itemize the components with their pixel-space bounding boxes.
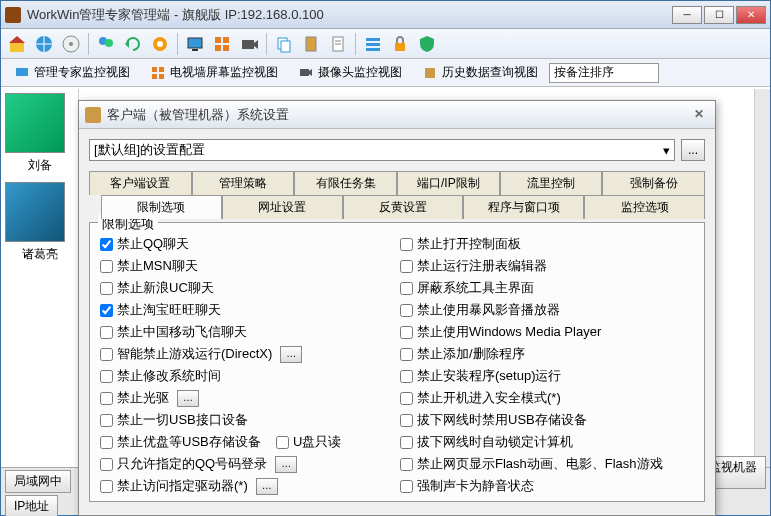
directx-more-button[interactable]: … [280, 346, 302, 363]
monitor-icon [14, 65, 30, 81]
svg-rect-30 [159, 67, 164, 72]
grid-icon [150, 65, 166, 81]
cb-sina-uc[interactable]: 禁止新浪UC聊天 [100, 279, 394, 297]
cb-usb-storage[interactable]: 禁止优盘等USB存储设备 [100, 433, 261, 451]
tab-policy[interactable]: 管理策略 [192, 171, 295, 195]
svg-rect-26 [366, 48, 380, 51]
svg-rect-20 [306, 37, 316, 51]
cb-msn[interactable]: 禁止MSN聊天 [100, 257, 394, 275]
svg-rect-13 [223, 37, 229, 43]
cb-systools[interactable]: 屏蔽系统工具主界面 [400, 279, 694, 297]
drives-more-button[interactable]: … [256, 478, 278, 495]
svg-point-4 [69, 42, 73, 46]
doc-icon[interactable] [326, 32, 350, 56]
cb-control-panel[interactable]: 禁止打开控制面板 [400, 235, 694, 253]
user-thumbnail[interactable] [5, 93, 65, 153]
cb-systime[interactable]: 禁止修改系统时间 [100, 367, 394, 385]
lock-icon[interactable] [388, 32, 412, 56]
svg-rect-14 [215, 45, 221, 51]
globe-icon[interactable] [32, 32, 56, 56]
svg-rect-11 [192, 49, 198, 51]
tab-monitor-opt[interactable]: 监控选项 [584, 195, 705, 219]
view-tab-monitor[interactable]: 管理专家监控视图 [5, 60, 139, 85]
home-icon[interactable] [5, 32, 29, 56]
tab-anti[interactable]: 反黄设置 [343, 195, 464, 219]
cb-qq-whitelist[interactable]: 只允许指定的QQ号码登录 [100, 455, 267, 473]
cb-drives[interactable]: 禁止访问指定驱动器(*) [100, 477, 248, 495]
list-icon[interactable] [361, 32, 385, 56]
svg-rect-19 [281, 41, 290, 52]
svg-rect-25 [366, 43, 380, 46]
cb-addremove[interactable]: 禁止添加/删除程序 [400, 345, 694, 363]
chevron-down-icon: ▾ [663, 143, 670, 158]
paste-icon[interactable] [299, 32, 323, 56]
cb-wangwang[interactable]: 禁止淘宝旺旺聊天 [100, 301, 394, 319]
tab-backup[interactable]: 强制备份 [602, 171, 705, 195]
svg-rect-29 [152, 67, 157, 72]
view-tab-history[interactable]: 历史数据查询视图 [413, 60, 547, 85]
window-controls: ─ ☐ ✕ [672, 6, 766, 24]
view-tab-camera[interactable]: 摄像头监控视图 [289, 60, 411, 85]
maximize-button[interactable]: ☐ [704, 6, 734, 24]
cb-lock-on-unplug[interactable]: 拔下网线时自动锁定计算机 [400, 433, 694, 451]
tab-traffic[interactable]: 流里控制 [500, 171, 603, 195]
cb-flash[interactable]: 禁止网页显示Flash动画、电影、Flash游戏 [400, 455, 694, 473]
right-column: 禁止打开控制面板 禁止运行注册表编辑器 屏蔽系统工具主界面 禁止使用暴风影音播放… [400, 235, 694, 495]
ip-button[interactable]: IP地址 [5, 495, 58, 516]
cb-mute[interactable]: 强制声卡为静音状态 [400, 477, 694, 495]
cb-cdrom[interactable]: 禁止光驱 [100, 389, 169, 407]
users-icon[interactable] [94, 32, 118, 56]
cb-baofeng[interactable]: 禁止使用暴风影音播放器 [400, 301, 694, 319]
app-icon [5, 7, 21, 23]
view-tab-tvwall[interactable]: 电视墙屏幕监控视图 [141, 60, 287, 85]
refresh-icon[interactable] [121, 32, 145, 56]
tab-client[interactable]: 客户端设置 [89, 171, 192, 195]
browse-button[interactable]: ... [681, 139, 705, 161]
sort-input[interactable] [549, 63, 659, 83]
cb-fetion[interactable]: 禁止中国移动飞信聊天 [100, 323, 394, 341]
cb-setup[interactable]: 禁止安装程序(setup)运行 [400, 367, 694, 385]
monitor-icon[interactable] [183, 32, 207, 56]
dialog-close-icon[interactable]: ✕ [689, 107, 709, 123]
cdrom-more-button[interactable]: … [177, 390, 199, 407]
cd-icon[interactable] [59, 32, 83, 56]
qq-more-button[interactable]: … [275, 456, 297, 473]
cb-wmp[interactable]: 禁止使用Windows Media Player [400, 323, 694, 341]
tab-url[interactable]: 网址设置 [222, 195, 343, 219]
user-label: 刘备 [5, 157, 74, 174]
close-button[interactable]: ✕ [736, 6, 766, 24]
cb-directx[interactable]: 智能禁止游戏运行(DirectX) [100, 345, 272, 363]
user-label: 诸葛亮 [5, 246, 74, 263]
config-group-select[interactable]: [默认组]的设置配置 ▾ [89, 139, 675, 161]
cb-regedit[interactable]: 禁止运行注册表编辑器 [400, 257, 694, 275]
svg-rect-15 [223, 45, 229, 51]
history-icon [422, 65, 438, 81]
lan-button[interactable]: 局域网中 [5, 470, 71, 493]
cb-usb-on-unplug[interactable]: 拔下网线时禁用USB存储设备 [400, 411, 694, 429]
copy-icon[interactable] [272, 32, 296, 56]
shield-icon[interactable] [415, 32, 439, 56]
tab-program[interactable]: 程序与窗口项 [463, 195, 584, 219]
grid-icon[interactable] [210, 32, 234, 56]
cb-safemode[interactable]: 禁止开机进入安全模式(*) [400, 389, 694, 407]
svg-marker-1 [9, 36, 25, 43]
restrict-groupbox: 限制选项 禁止QQ聊天 禁止MSN聊天 禁止新浪UC聊天 禁止淘宝旺旺聊天 禁止… [89, 222, 705, 502]
svg-rect-35 [425, 68, 435, 78]
cb-usb-all[interactable]: 禁止一切USB接口设备 [100, 411, 394, 429]
cb-qq[interactable]: 禁止QQ聊天 [100, 235, 394, 253]
svg-rect-24 [366, 38, 380, 41]
user-thumbnail[interactable] [5, 182, 65, 242]
gear-icon[interactable] [148, 32, 172, 56]
dialog-titlebar: 客户端（被管理机器）系统设置 ✕ [79, 101, 715, 129]
svg-marker-34 [309, 69, 312, 76]
svg-rect-32 [159, 74, 164, 79]
tab-port-ip[interactable]: 端口/IP限制 [397, 171, 500, 195]
scrollbar[interactable] [754, 89, 770, 467]
tab-restrict[interactable]: 限制选项 [101, 195, 222, 219]
tab-tasks[interactable]: 有限任务集 [294, 171, 397, 195]
cb-usb-readonly[interactable]: U盘只读 [276, 433, 341, 451]
minimize-button[interactable]: ─ [672, 6, 702, 24]
titlebar: WorkWin管理专家管理端 - 旗舰版 IP:192.168.0.100 ─ … [1, 1, 770, 29]
camera-icon[interactable] [237, 32, 261, 56]
svg-rect-33 [300, 69, 309, 76]
